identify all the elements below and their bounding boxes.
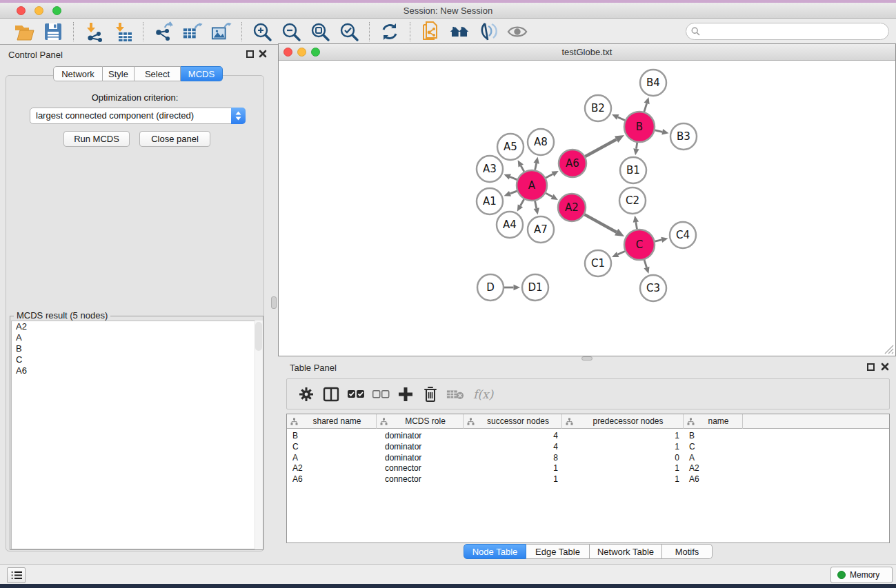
column-header-shared-name[interactable]: shared name — [287, 414, 377, 429]
float-panel-icon[interactable] — [246, 50, 254, 58]
table-row[interactable]: Adominator80A — [287, 453, 889, 464]
open-file-icon[interactable] — [14, 21, 34, 42]
table-toolbar: f(x) — [286, 378, 890, 409]
column-header-name[interactable]: name — [684, 414, 743, 429]
table-cell[interactable]: A6 — [684, 474, 743, 485]
column-header-successor-nodes[interactable]: successor nodes — [464, 414, 562, 429]
graph-node-label-B2: B2 — [591, 102, 605, 114]
close-table-panel-icon[interactable] — [880, 362, 890, 372]
table-cell[interactable]: 4 — [464, 442, 562, 453]
mcds-result-item[interactable]: A6 — [12, 365, 262, 376]
zoom-fit-icon[interactable] — [310, 21, 330, 42]
mcds-result-item[interactable]: C — [12, 354, 262, 365]
graph-node-label-B1: B1 — [626, 164, 640, 176]
add-column-icon[interactable] — [397, 385, 415, 403]
table-cell[interactable]: 0 — [562, 453, 684, 464]
table-row[interactable]: A2connector11A2 — [287, 463, 889, 474]
export-table-icon[interactable] — [182, 21, 203, 42]
table-cell[interactable]: 1 — [562, 442, 684, 453]
tab-network-table[interactable]: Network Table — [590, 544, 662, 559]
mcds-result-item[interactable]: A — [12, 332, 262, 343]
close-panel-icon[interactable] — [258, 49, 268, 59]
eye-icon[interactable] — [507, 21, 528, 42]
table-cell[interactable]: 1 — [562, 463, 684, 474]
save-session-icon[interactable] — [43, 21, 63, 42]
table-cell[interactable]: C — [287, 442, 377, 453]
export-network-icon[interactable] — [153, 21, 174, 42]
search-input[interactable] — [686, 23, 889, 40]
table-cell[interactable]: A — [684, 453, 743, 464]
mcds-result-item[interactable]: A2 — [12, 321, 262, 332]
select-all-checkboxes-icon[interactable] — [347, 385, 365, 403]
deselect-checkboxes-icon[interactable] — [372, 385, 390, 403]
table-cell[interactable]: 1 — [562, 474, 684, 485]
tab-node-table[interactable]: Node Table — [464, 544, 526, 559]
table-cell[interactable]: C — [684, 442, 743, 453]
table-cell[interactable]: dominator — [377, 431, 464, 442]
float-table-panel-icon[interactable] — [867, 363, 875, 371]
export-image-icon[interactable] — [211, 21, 232, 42]
edge-A-A7 — [535, 201, 537, 209]
edge-B-B3 — [655, 130, 662, 132]
table-cell[interactable]: A — [287, 453, 377, 464]
graph-node-label-C3: C3 — [646, 282, 660, 294]
table-cell[interactable]: 4 — [464, 431, 562, 442]
table-row[interactable]: Bdominator41B — [287, 431, 889, 442]
tab-edge-table[interactable]: Edge Table — [526, 544, 590, 559]
table-cell[interactable]: dominator — [377, 442, 464, 453]
mcds-result-item[interactable]: B — [12, 343, 262, 354]
criterion-select[interactable]: largest connected component (directed) — [30, 108, 246, 124]
import-table-icon[interactable] — [112, 21, 133, 42]
table-cell[interactable]: A2 — [684, 463, 743, 474]
horizontal-split-handle[interactable] — [581, 356, 593, 361]
edge-C-C4 — [655, 240, 661, 241]
graph-node-label-C2: C2 — [626, 194, 639, 207]
zoom-selected-icon[interactable] — [339, 21, 359, 42]
gear-icon[interactable] — [297, 385, 315, 403]
delete-table-icon[interactable] — [446, 385, 464, 403]
run-mcds-button[interactable]: Run MCDS — [63, 131, 130, 147]
main-titlebar: Session: New Session — [0, 3, 896, 19]
split-columns-icon[interactable] — [322, 385, 340, 403]
resize-grip-icon[interactable] — [883, 343, 894, 354]
zoom-out-icon[interactable] — [281, 21, 301, 42]
table-row[interactable]: Cdominator41C — [287, 442, 889, 453]
result-scrollbar-thumb[interactable] — [255, 322, 262, 351]
import-network-icon[interactable] — [83, 21, 104, 42]
edge-arrowhead — [534, 207, 539, 214]
function-builder-icon[interactable]: f(x) — [473, 387, 493, 401]
tab-mcds[interactable]: MCDS — [181, 66, 223, 81]
table-cell[interactable]: 1 — [464, 474, 562, 485]
table-cell[interactable]: connector — [377, 474, 464, 485]
zoom-in-icon[interactable] — [252, 21, 272, 42]
memory-label: Memory — [850, 570, 879, 580]
tab-network[interactable]: Network — [53, 66, 103, 81]
table-cell[interactable]: 8 — [464, 453, 562, 464]
table-cell[interactable]: dominator — [377, 453, 464, 464]
tab-select[interactable]: Select — [135, 66, 181, 81]
memory-button[interactable]: Memory — [830, 567, 893, 583]
graphics-details-icon[interactable] — [478, 21, 499, 42]
node-table: shared nameMCDS rolesuccessor nodesprede… — [286, 414, 890, 543]
column-header-predecessor-nodes[interactable]: predecessor nodes — [562, 414, 684, 429]
network-file-icon[interactable] — [420, 21, 441, 42]
table-row[interactable]: A6connector11A6 — [287, 474, 889, 485]
close-panel-button[interactable]: Close panel — [139, 131, 210, 147]
home-icon[interactable] — [449, 21, 470, 42]
vertical-split-handle[interactable] — [271, 296, 277, 309]
network-canvas[interactable]: ABCA6A2A1A3A4A5A7A8B1B2B3B4C1C2C3C4DD1 — [279, 61, 895, 356]
table-cell[interactable]: A6 — [287, 474, 377, 485]
graph-node-label-C: C — [636, 239, 643, 251]
table-cell[interactable]: B — [684, 431, 743, 442]
table-cell[interactable]: B — [287, 431, 377, 442]
delete-icon[interactable] — [421, 385, 439, 403]
tab-style[interactable]: Style — [103, 66, 135, 81]
table-cell[interactable]: connector — [377, 463, 464, 474]
table-cell[interactable]: 1 — [464, 463, 562, 474]
column-header-mcds-role[interactable]: MCDS role — [377, 414, 464, 429]
tab-motifs[interactable]: Motifs — [662, 544, 713, 559]
table-cell[interactable]: 1 — [562, 431, 684, 442]
task-history-button[interactable] — [7, 567, 26, 583]
refresh-icon[interactable] — [379, 21, 400, 42]
table-cell[interactable]: A2 — [287, 463, 377, 474]
